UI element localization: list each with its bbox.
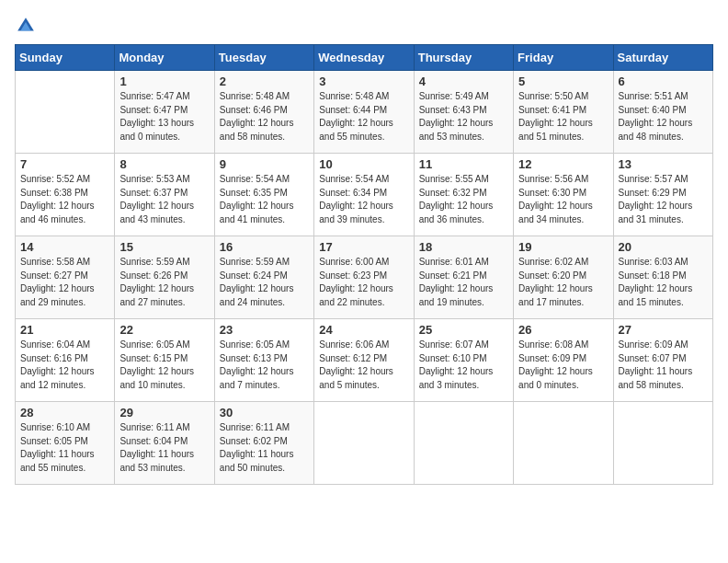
day-number: 6 — [619, 75, 708, 88]
logo — [15, 15, 40, 37]
day-info: Sunrise: 5:52 AMSunset: 6:38 PMDaylight:… — [20, 173, 109, 226]
calendar-cell: 16Sunrise: 5:59 AMSunset: 6:24 PMDayligh… — [214, 236, 313, 319]
day-number: 8 — [119, 157, 209, 171]
calendar-week-2: 14Sunrise: 5:58 AMSunset: 6:27 PMDayligh… — [16, 236, 713, 319]
calendar-cell: 20Sunrise: 6:03 AMSunset: 6:18 PMDayligh… — [613, 236, 712, 319]
weekday-header-monday: Monday — [115, 45, 214, 71]
day-info: Sunrise: 5:53 AMSunset: 6:37 PMDaylight:… — [119, 173, 209, 226]
calendar-cell: 22Sunrise: 6:05 AMSunset: 6:15 PMDayligh… — [115, 319, 214, 402]
day-info: Sunrise: 5:56 AMSunset: 6:30 PMDaylight:… — [518, 173, 608, 226]
calendar-cell: 26Sunrise: 6:08 AMSunset: 6:09 PMDayligh… — [514, 319, 613, 402]
day-info: Sunrise: 5:51 AMSunset: 6:40 PMDaylight:… — [619, 90, 708, 144]
calendar-cell: 4Sunrise: 5:49 AMSunset: 6:43 PMDaylight… — [414, 71, 513, 154]
calendar-cell: 18Sunrise: 6:01 AMSunset: 6:21 PMDayligh… — [414, 236, 513, 319]
calendar-cell: 17Sunrise: 6:00 AMSunset: 6:23 PMDayligh… — [314, 236, 414, 319]
calendar-week-3: 21Sunrise: 6:04 AMSunset: 6:16 PMDayligh… — [16, 319, 713, 402]
day-number: 5 — [518, 75, 608, 88]
day-info: Sunrise: 6:05 AMSunset: 6:13 PMDaylight:… — [220, 339, 309, 392]
calendar-cell: 29Sunrise: 6:11 AMSunset: 6:04 PMDayligh… — [115, 402, 214, 485]
day-info: Sunrise: 6:09 AMSunset: 6:07 PMDaylight:… — [619, 339, 708, 392]
page-header — [15, 15, 713, 37]
calendar-week-0: 1Sunrise: 5:47 AMSunset: 6:47 PMDaylight… — [16, 71, 713, 154]
calendar-cell: 6Sunrise: 5:51 AMSunset: 6:40 PMDaylight… — [613, 71, 712, 154]
logo-icon — [15, 15, 37, 37]
calendar-cell: 3Sunrise: 5:48 AMSunset: 6:44 PMDaylight… — [314, 71, 414, 154]
calendar-cell — [16, 71, 115, 154]
day-info: Sunrise: 5:48 AMSunset: 6:46 PMDaylight:… — [220, 90, 309, 144]
day-number: 13 — [619, 157, 708, 171]
calendar-cell: 15Sunrise: 5:59 AMSunset: 6:26 PMDayligh… — [115, 236, 214, 319]
weekday-header-thursday: Thursday — [414, 45, 513, 71]
calendar-cell: 23Sunrise: 6:05 AMSunset: 6:13 PMDayligh… — [214, 319, 313, 402]
day-info: Sunrise: 6:06 AMSunset: 6:12 PMDaylight:… — [319, 339, 408, 392]
day-number: 30 — [220, 406, 309, 419]
calendar-cell — [414, 402, 513, 485]
day-info: Sunrise: 6:02 AMSunset: 6:20 PMDaylight:… — [518, 256, 608, 309]
calendar-cell: 21Sunrise: 6:04 AMSunset: 6:16 PMDayligh… — [16, 319, 115, 402]
day-info: Sunrise: 5:58 AMSunset: 6:27 PMDaylight:… — [20, 256, 109, 309]
calendar-cell: 14Sunrise: 5:58 AMSunset: 6:27 PMDayligh… — [16, 236, 115, 319]
calendar-cell: 11Sunrise: 5:55 AMSunset: 6:32 PMDayligh… — [414, 154, 513, 236]
day-number: 14 — [20, 240, 109, 254]
day-info: Sunrise: 6:10 AMSunset: 6:05 PMDaylight:… — [20, 421, 109, 475]
weekday-header-sunday: Sunday — [16, 45, 115, 71]
day-number: 29 — [119, 406, 209, 419]
day-info: Sunrise: 5:47 AMSunset: 6:47 PMDaylight:… — [119, 90, 209, 144]
calendar-cell: 28Sunrise: 6:10 AMSunset: 6:05 PMDayligh… — [16, 402, 115, 485]
day-number: 24 — [319, 323, 408, 337]
day-number: 15 — [119, 240, 209, 254]
day-info: Sunrise: 5:54 AMSunset: 6:35 PMDaylight:… — [220, 173, 309, 226]
calendar-cell: 25Sunrise: 6:07 AMSunset: 6:10 PMDayligh… — [414, 319, 513, 402]
day-number: 23 — [220, 323, 309, 337]
day-number: 12 — [518, 157, 608, 171]
day-number: 25 — [419, 323, 508, 337]
calendar-cell — [514, 402, 613, 485]
day-info: Sunrise: 5:57 AMSunset: 6:29 PMDaylight:… — [619, 173, 708, 226]
day-number: 20 — [619, 240, 708, 254]
day-info: Sunrise: 5:49 AMSunset: 6:43 PMDaylight:… — [419, 90, 508, 144]
calendar-table: SundayMondayTuesdayWednesdayThursdayFrid… — [15, 44, 713, 485]
calendar-cell: 2Sunrise: 5:48 AMSunset: 6:46 PMDaylight… — [214, 71, 313, 154]
day-info: Sunrise: 5:48 AMSunset: 6:44 PMDaylight:… — [319, 90, 408, 144]
day-number: 4 — [419, 75, 508, 88]
calendar-cell: 9Sunrise: 5:54 AMSunset: 6:35 PMDaylight… — [214, 154, 313, 236]
calendar-cell: 19Sunrise: 6:02 AMSunset: 6:20 PMDayligh… — [514, 236, 613, 319]
calendar-week-4: 28Sunrise: 6:10 AMSunset: 6:05 PMDayligh… — [16, 402, 713, 485]
day-number: 10 — [319, 157, 408, 171]
day-number: 7 — [20, 157, 109, 171]
day-number: 27 — [619, 323, 708, 337]
day-info: Sunrise: 6:05 AMSunset: 6:15 PMDaylight:… — [119, 339, 209, 392]
day-info: Sunrise: 6:00 AMSunset: 6:23 PMDaylight:… — [319, 256, 408, 309]
calendar-cell: 8Sunrise: 5:53 AMSunset: 6:37 PMDaylight… — [115, 154, 214, 236]
day-info: Sunrise: 6:07 AMSunset: 6:10 PMDaylight:… — [419, 339, 508, 392]
day-number: 22 — [119, 323, 209, 337]
day-number: 26 — [518, 323, 608, 337]
day-number: 11 — [419, 157, 508, 171]
day-number: 2 — [220, 75, 309, 88]
calendar-cell: 7Sunrise: 5:52 AMSunset: 6:38 PMDaylight… — [16, 154, 115, 236]
calendar-cell — [314, 402, 414, 485]
day-info: Sunrise: 6:11 AMSunset: 6:04 PMDaylight:… — [119, 421, 209, 475]
day-info: Sunrise: 5:55 AMSunset: 6:32 PMDaylight:… — [419, 173, 508, 226]
day-info: Sunrise: 5:59 AMSunset: 6:24 PMDaylight:… — [220, 256, 309, 309]
weekday-header-wednesday: Wednesday — [314, 45, 414, 71]
weekday-header-saturday: Saturday — [613, 45, 712, 71]
day-number: 18 — [419, 240, 508, 254]
calendar-cell: 27Sunrise: 6:09 AMSunset: 6:07 PMDayligh… — [613, 319, 712, 402]
day-number: 21 — [20, 323, 109, 337]
calendar-cell: 12Sunrise: 5:56 AMSunset: 6:30 PMDayligh… — [514, 154, 613, 236]
calendar-cell: 5Sunrise: 5:50 AMSunset: 6:41 PMDaylight… — [514, 71, 613, 154]
day-number: 3 — [319, 75, 408, 88]
calendar-week-1: 7Sunrise: 5:52 AMSunset: 6:38 PMDaylight… — [16, 154, 713, 236]
calendar-cell: 30Sunrise: 6:11 AMSunset: 6:02 PMDayligh… — [214, 402, 313, 485]
weekday-header-tuesday: Tuesday — [214, 45, 313, 71]
calendar-cell: 24Sunrise: 6:06 AMSunset: 6:12 PMDayligh… — [314, 319, 414, 402]
day-number: 17 — [319, 240, 408, 254]
day-info: Sunrise: 6:03 AMSunset: 6:18 PMDaylight:… — [619, 256, 708, 309]
day-info: Sunrise: 6:11 AMSunset: 6:02 PMDaylight:… — [220, 421, 309, 475]
day-info: Sunrise: 5:54 AMSunset: 6:34 PMDaylight:… — [319, 173, 408, 226]
day-info: Sunrise: 6:08 AMSunset: 6:09 PMDaylight:… — [518, 339, 608, 392]
day-info: Sunrise: 6:04 AMSunset: 6:16 PMDaylight:… — [20, 339, 109, 392]
day-number: 28 — [20, 406, 109, 419]
day-info: Sunrise: 5:50 AMSunset: 6:41 PMDaylight:… — [518, 90, 608, 144]
